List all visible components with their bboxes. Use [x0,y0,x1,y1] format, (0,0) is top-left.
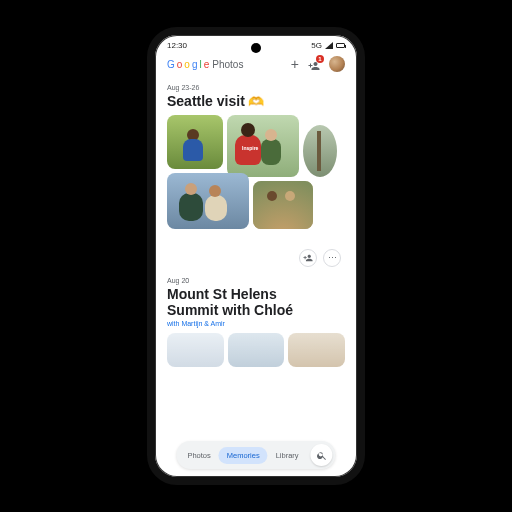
search-button[interactable] [311,444,333,466]
status-network: 5G [311,41,322,50]
signal-icon [325,42,333,49]
share-partner-button[interactable]: 1 [307,58,321,70]
status-time: 12:30 [167,41,187,50]
memory-thumbnails[interactable] [167,333,345,367]
memory-item: Aug 20 Mount St Helens Summit with Chloé… [167,277,345,367]
photo-tile[interactable] [288,333,345,367]
memory-date: Aug 20 [167,277,345,284]
more-icon: ⋯ [328,253,337,263]
memory-actions: ⋯ [167,249,345,267]
logo-letter: l [199,59,201,70]
photo-tile[interactable] [167,333,224,367]
logo-letter: G [167,59,175,70]
memory-subtitle[interactable]: with Martijn & Amir [167,320,345,327]
app-bar: Google Photos + 1 [155,52,357,76]
battery-icon [336,43,345,48]
logo-letter: o [184,59,190,70]
nav-memories[interactable]: Memories [219,447,268,464]
account-avatar[interactable] [329,56,345,72]
logo-letter: g [192,59,198,70]
logo-letter: e [204,59,210,70]
more-button[interactable]: ⋯ [323,249,341,267]
memory-title[interactable]: Seattle visit 🫶 [167,93,345,109]
search-icon [316,450,327,461]
person-add-icon [303,253,313,263]
nav-photos[interactable]: Photos [179,447,218,464]
app-logo: Google Photos [167,59,243,70]
add-icon[interactable]: + [291,57,299,71]
photo-tile[interactable] [167,173,249,229]
memory-title-text: Summit with Chloé [167,302,293,318]
logo-suffix: Photos [212,59,243,70]
memory-date: Aug 23-26 [167,84,345,91]
phone-frame: 12:30 5G Google Photos + 1 Aug 23-26 Sea… [147,27,365,485]
photo-tile[interactable] [167,115,223,169]
camera-notch [251,43,261,53]
photo-tile[interactable] [253,181,313,229]
photo-tile[interactable] [228,333,285,367]
content-scroll[interactable]: Aug 23-26 Seattle visit 🫶 Inspire ⋯ Aug … [155,76,357,367]
bottom-nav: Photos Memories Library [176,441,335,469]
heart-hands-emoji: 🫶 [248,94,264,109]
memory-title[interactable]: Mount St Helens Summit with Chloé [167,286,345,318]
photo-tile[interactable] [303,125,337,177]
add-people-button[interactable] [299,249,317,267]
status-right: 5G [311,41,345,50]
memory-title-text: Seattle visit [167,93,245,109]
memory-title-text: Mount St Helens [167,286,293,302]
nav-library[interactable]: Library [268,447,307,464]
notification-badge: 1 [316,55,324,63]
memory-collage[interactable]: Inspire [167,115,345,245]
photo-tile[interactable]: Inspire [227,115,299,177]
logo-letter: o [177,59,183,70]
